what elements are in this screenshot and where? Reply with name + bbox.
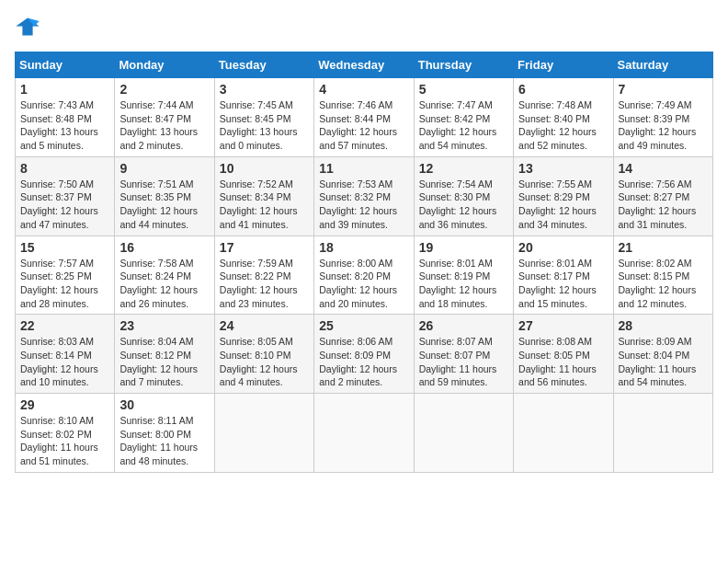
cell-details: Sunrise: 7:57 AMSunset: 8:25 PMDaylight:… — [20, 257, 109, 311]
week-row: 22Sunrise: 8:03 AMSunset: 8:14 PMDayligh… — [16, 315, 713, 394]
calendar-cell: 6Sunrise: 7:48 AMSunset: 8:40 PMDaylight… — [514, 78, 613, 157]
calendar-cell — [514, 394, 613, 473]
calendar-table: SundayMondayTuesdayWednesdayThursdayFrid… — [15, 52, 713, 473]
calendar-cell: 7Sunrise: 7:49 AMSunset: 8:39 PMDaylight… — [613, 78, 712, 157]
day-number: 14 — [619, 161, 708, 176]
calendar-cell: 2Sunrise: 7:44 AMSunset: 8:47 PMDaylight… — [115, 78, 214, 157]
day-number: 21 — [619, 240, 708, 255]
cell-details: Sunrise: 8:09 AMSunset: 8:04 PMDaylight:… — [619, 335, 708, 389]
week-row: 29Sunrise: 8:10 AMSunset: 8:02 PMDayligh… — [16, 394, 713, 473]
cell-details: Sunrise: 7:51 AMSunset: 8:35 PMDaylight:… — [119, 178, 209, 232]
calendar-cell: 1Sunrise: 7:43 AMSunset: 8:48 PMDaylight… — [16, 78, 115, 157]
calendar-cell: 10Sunrise: 7:52 AMSunset: 8:34 PMDayligh… — [214, 156, 313, 236]
day-number: 4 — [319, 82, 408, 97]
calendar-cell — [214, 394, 313, 473]
cell-details: Sunrise: 7:54 AMSunset: 8:30 PMDaylight:… — [419, 178, 508, 232]
cell-details: Sunrise: 8:11 AMSunset: 8:00 PMDaylight:… — [119, 414, 209, 468]
cell-details: Sunrise: 7:55 AMSunset: 8:29 PMDaylight:… — [518, 178, 608, 232]
calendar-cell — [314, 394, 414, 473]
cell-details: Sunrise: 7:59 AMSunset: 8:22 PMDaylight:… — [220, 257, 309, 311]
day-number: 26 — [419, 318, 508, 333]
day-number: 16 — [119, 240, 209, 255]
calendar-cell: 13Sunrise: 7:55 AMSunset: 8:29 PMDayligh… — [514, 156, 613, 236]
cell-details: Sunrise: 8:06 AMSunset: 8:09 PMDaylight:… — [319, 335, 408, 389]
cell-details: Sunrise: 8:01 AMSunset: 8:17 PMDaylight:… — [518, 257, 608, 311]
page-header — [15, 15, 713, 40]
column-header-sunday: Sunday — [16, 52, 115, 78]
calendar-cell: 14Sunrise: 7:56 AMSunset: 8:27 PMDayligh… — [613, 156, 712, 236]
calendar-cell: 23Sunrise: 8:04 AMSunset: 8:12 PMDayligh… — [115, 315, 214, 394]
week-row: 1Sunrise: 7:43 AMSunset: 8:48 PMDaylight… — [16, 78, 713, 157]
column-header-saturday: Saturday — [613, 52, 712, 78]
cell-details: Sunrise: 7:56 AMSunset: 8:27 PMDaylight:… — [619, 178, 708, 232]
cell-details: Sunrise: 7:46 AMSunset: 8:44 PMDaylight:… — [319, 98, 408, 153]
column-header-wednesday: Wednesday — [314, 52, 414, 78]
day-number: 10 — [220, 161, 309, 176]
calendar-cell — [613, 394, 712, 473]
day-number: 27 — [518, 318, 608, 333]
calendar-cell: 21Sunrise: 8:02 AMSunset: 8:15 PMDayligh… — [613, 236, 712, 315]
calendar-cell: 29Sunrise: 8:10 AMSunset: 8:02 PMDayligh… — [16, 394, 115, 473]
calendar-cell: 16Sunrise: 7:58 AMSunset: 8:24 PMDayligh… — [115, 236, 214, 315]
column-header-friday: Friday — [514, 52, 613, 78]
cell-details: Sunrise: 8:00 AMSunset: 8:20 PMDaylight:… — [319, 257, 408, 311]
calendar-cell: 4Sunrise: 7:46 AMSunset: 8:44 PMDaylight… — [314, 78, 414, 157]
column-header-thursday: Thursday — [414, 52, 513, 78]
week-row: 15Sunrise: 7:57 AMSunset: 8:25 PMDayligh… — [16, 236, 713, 315]
day-number: 11 — [319, 161, 408, 176]
calendar-cell: 30Sunrise: 8:11 AMSunset: 8:00 PMDayligh… — [115, 394, 214, 473]
cell-details: Sunrise: 7:50 AMSunset: 8:37 PMDaylight:… — [20, 178, 109, 232]
day-number: 29 — [20, 397, 109, 412]
calendar-cell: 20Sunrise: 8:01 AMSunset: 8:17 PMDayligh… — [514, 236, 613, 315]
calendar-cell: 15Sunrise: 7:57 AMSunset: 8:25 PMDayligh… — [16, 236, 115, 315]
day-number: 3 — [220, 82, 309, 97]
cell-details: Sunrise: 8:08 AMSunset: 8:05 PMDaylight:… — [518, 335, 608, 389]
calendar-cell: 27Sunrise: 8:08 AMSunset: 8:05 PMDayligh… — [514, 315, 613, 394]
day-number: 22 — [20, 318, 109, 333]
calendar-cell: 28Sunrise: 8:09 AMSunset: 8:04 PMDayligh… — [613, 315, 712, 394]
day-number: 6 — [518, 82, 608, 97]
day-number: 15 — [20, 240, 109, 255]
day-number: 30 — [119, 397, 209, 412]
day-number: 2 — [119, 82, 209, 97]
day-number: 5 — [419, 82, 508, 97]
cell-details: Sunrise: 7:52 AMSunset: 8:34 PMDaylight:… — [220, 178, 309, 232]
calendar-cell: 19Sunrise: 8:01 AMSunset: 8:19 PMDayligh… — [414, 236, 513, 315]
week-row: 8Sunrise: 7:50 AMSunset: 8:37 PMDaylight… — [16, 156, 713, 236]
calendar-cell: 9Sunrise: 7:51 AMSunset: 8:35 PMDaylight… — [115, 156, 214, 236]
cell-details: Sunrise: 8:10 AMSunset: 8:02 PMDaylight:… — [20, 414, 109, 468]
calendar-cell: 25Sunrise: 8:06 AMSunset: 8:09 PMDayligh… — [314, 315, 414, 394]
day-number: 1 — [20, 82, 109, 97]
calendar-cell: 17Sunrise: 7:59 AMSunset: 8:22 PMDayligh… — [214, 236, 313, 315]
day-number: 28 — [619, 318, 708, 333]
cell-details: Sunrise: 8:07 AMSunset: 8:07 PMDaylight:… — [419, 335, 508, 389]
day-number: 12 — [419, 161, 508, 176]
cell-details: Sunrise: 7:49 AMSunset: 8:39 PMDaylight:… — [619, 98, 708, 153]
cell-details: Sunrise: 7:47 AMSunset: 8:42 PMDaylight:… — [419, 98, 508, 153]
day-number: 18 — [319, 240, 408, 255]
cell-details: Sunrise: 8:05 AMSunset: 8:10 PMDaylight:… — [220, 335, 309, 389]
day-number: 20 — [518, 240, 608, 255]
cell-details: Sunrise: 7:44 AMSunset: 8:47 PMDaylight:… — [119, 98, 209, 153]
logo — [15, 15, 44, 40]
day-number: 8 — [20, 161, 109, 176]
column-header-monday: Monday — [115, 52, 214, 78]
day-number: 19 — [419, 240, 508, 255]
calendar-cell: 18Sunrise: 8:00 AMSunset: 8:20 PMDayligh… — [314, 236, 414, 315]
day-number: 9 — [119, 161, 209, 176]
cell-details: Sunrise: 8:01 AMSunset: 8:19 PMDaylight:… — [419, 257, 508, 311]
calendar-cell: 8Sunrise: 7:50 AMSunset: 8:37 PMDaylight… — [16, 156, 115, 236]
day-number: 7 — [619, 82, 708, 97]
logo-bird-icon — [15, 15, 40, 40]
day-number: 13 — [518, 161, 608, 176]
column-header-tuesday: Tuesday — [214, 52, 313, 78]
calendar-cell: 22Sunrise: 8:03 AMSunset: 8:14 PMDayligh… — [16, 315, 115, 394]
column-headers: SundayMondayTuesdayWednesdayThursdayFrid… — [16, 52, 713, 78]
cell-details: Sunrise: 8:02 AMSunset: 8:15 PMDaylight:… — [619, 257, 708, 311]
cell-details: Sunrise: 8:03 AMSunset: 8:14 PMDaylight:… — [20, 335, 109, 389]
calendar-cell: 3Sunrise: 7:45 AMSunset: 8:45 PMDaylight… — [214, 78, 313, 157]
calendar-cell: 12Sunrise: 7:54 AMSunset: 8:30 PMDayligh… — [414, 156, 513, 236]
day-number: 17 — [220, 240, 309, 255]
cell-details: Sunrise: 8:04 AMSunset: 8:12 PMDaylight:… — [119, 335, 209, 389]
day-number: 24 — [220, 318, 309, 333]
